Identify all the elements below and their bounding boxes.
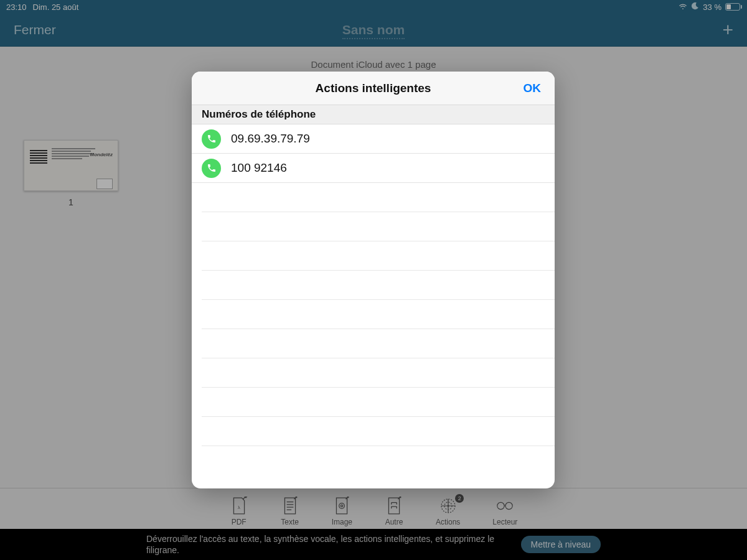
smart-actions-modal: Actions intelligentes OK Numéros de télé… (192, 72, 555, 488)
modal-ok-button[interactable]: OK (524, 82, 555, 95)
empty-row (202, 417, 555, 446)
empty-row (202, 358, 555, 388)
empty-row (202, 300, 555, 329)
empty-row (202, 271, 555, 300)
phone-number: 09.69.39.79.79 (231, 132, 310, 146)
empty-row (202, 183, 555, 212)
modal-header: Actions intelligentes OK (192, 72, 555, 105)
empty-row (202, 212, 555, 241)
phone-icon (202, 159, 221, 178)
modal-section-phones: Numéros de téléphone (192, 105, 555, 124)
phone-number: 100 92146 (231, 161, 287, 175)
empty-row (202, 446, 555, 475)
empty-row (202, 241, 555, 271)
phone-row[interactable]: 09.69.39.79.79 (192, 124, 555, 154)
modal-title: Actions intelligentes (192, 82, 555, 95)
empty-row (202, 329, 555, 358)
phone-row[interactable]: 100 92146 (192, 154, 555, 183)
phone-icon (202, 129, 221, 149)
empty-row (202, 388, 555, 417)
